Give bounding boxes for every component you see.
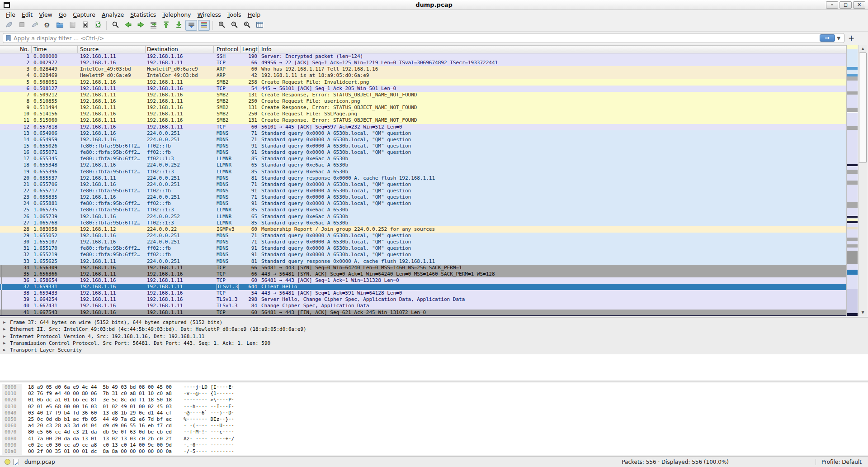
status-profile[interactable]: Profile: Default (821, 459, 862, 465)
file-close-button[interactable] (79, 20, 91, 31)
packet-row-2[interactable]: 20.002977192.168.1.16192.168.1.11TCP6649… (0, 60, 846, 66)
hex-line[interactable]: 001002 76 f9 e4 40 00 80 06 7b 31 c0 a8 … (2, 391, 234, 397)
packet-row-8[interactable]: 80.510855192.168.1.16192.168.1.11SMB2250… (0, 98, 846, 105)
capture-restart-button[interactable] (28, 20, 40, 31)
file-save-button[interactable] (66, 20, 78, 31)
filter-dropdown-caret[interactable]: ▼ (837, 36, 840, 41)
hex-line[interactable]: 007080 c5 66 cc 4d c3 21 da db 9e 0f 63 … (2, 429, 234, 435)
menu-statistics[interactable]: Statistics (127, 11, 159, 19)
bookmark-icon[interactable] (6, 35, 11, 42)
menu-analyze[interactable]: Analyze (99, 11, 127, 19)
packet-row-38[interactable]: 381.659433192.168.1.11192.168.1.16TCP544… (0, 290, 846, 296)
hex-line[interactable]: 0090c0 2c c0 30 cc a9 cc a8 c0 13 c0 14 … (2, 442, 234, 448)
packet-row-6[interactable]: 60.508127192.168.1.11192.168.1.16TCP5444… (0, 86, 846, 92)
capture-stop-button[interactable] (16, 20, 28, 31)
packet-row-18[interactable]: 180.655348192.168.1.16224.0.0.252LLMNR65… (0, 162, 846, 168)
menu-view[interactable]: View (36, 11, 56, 19)
zoom-out-button[interactable] (228, 20, 240, 31)
hex-line[interactable]: 000018 a9 05 d0 6a e9 4c 44 5b 49 03 bd … (2, 384, 234, 391)
packet-detail-line[interactable]: ▶Transmission Control Protocol, Src Port… (0, 340, 868, 347)
packet-row-9[interactable]: 90.511494192.168.1.11192.168.1.16SMB2131… (0, 105, 846, 111)
expert-info-icon[interactable] (5, 459, 10, 465)
expand-arrow-icon[interactable]: ▶ (3, 347, 5, 353)
go-back-button[interactable] (122, 20, 134, 31)
packet-row-12[interactable]: 120.557818192.168.1.16192.168.1.11TCP605… (0, 124, 846, 130)
packet-row-26[interactable]: 261.065739192.168.1.16224.0.0.252LLMNR65… (0, 214, 846, 220)
hex-line[interactable]: 004003 40 17 f9 b4 fd 36 60 13 d8 1b 29 … (2, 410, 234, 416)
packet-row-30[interactable]: 301.655107192.168.1.16224.0.0.251MDNS71S… (0, 239, 846, 245)
go-to-packet-button[interactable] (147, 20, 159, 31)
hex-line[interactable]: 003002 01 e5 68 00 00 16 03 01 02 49 01 … (2, 404, 234, 410)
scroll-up-arrow[interactable]: ▲ (859, 45, 867, 52)
minimize-button[interactable]: – (826, 1, 838, 9)
menu-file[interactable]: File (3, 11, 19, 19)
column-header-protocol[interactable]: Protocol (214, 46, 241, 53)
menu-edit[interactable]: Edit (19, 11, 36, 19)
autoscroll-button[interactable] (185, 20, 197, 31)
hex-line[interactable]: 005025 0c 0d db b1 ac fb 05 44 49 7a d2 … (2, 416, 234, 423)
packet-row-33[interactable]: 331.655625192.168.1.11224.0.0.251MDNS81S… (0, 258, 846, 265)
packet-row-25[interactable]: 251.065735fe80::fbfa:95b:6ff2…ff02::1:3L… (0, 207, 846, 213)
capture-options-button[interactable]: ⚙ (41, 20, 53, 31)
packet-row-28[interactable]: 281.083058192.168.1.12224.0.0.22IGMPv360… (0, 226, 846, 233)
packet-row-27[interactable]: 271.065768fe80::fbfa:95b:6ff2…ff02::1:3L… (0, 220, 846, 226)
packet-row-36[interactable]: 361.658654192.168.1.16192.168.1.11TCP605… (0, 277, 846, 284)
hex-line[interactable]: 002001 0b dc a1 01 bb ec 8f 3e 5c 8c dd … (2, 397, 234, 403)
packet-row-19[interactable]: 190.655396fe80::fbfa:95b:6ff2…ff02::1:3L… (0, 169, 846, 175)
capture-start-button[interactable] (3, 20, 15, 31)
expand-arrow-icon[interactable]: ▶ (3, 340, 5, 347)
packet-row-16[interactable]: 160.655071fe80::fbfa:95b:6ff2…ff02::fbMD… (0, 149, 846, 156)
colorize-button[interactable] (198, 20, 210, 31)
scroll-down-arrow[interactable]: ▼ (859, 309, 867, 316)
packet-row-29[interactable]: 291.655052192.168.1.16224.0.0.251MDNS71S… (0, 233, 846, 239)
packet-row-17[interactable]: 170.655345fe80::fbfa:95b:6ff2…ff02::1:3L… (0, 156, 846, 162)
column-header-no[interactable]: No. (0, 46, 32, 53)
column-header-source[interactable]: Source (78, 46, 146, 53)
display-filter-input[interactable]: Apply a display filter ... <Ctrl-/> ▼ (3, 33, 844, 43)
packet-row-40[interactable]: 401.667431192.168.1.16192.168.1.11TLSv1.… (0, 303, 846, 309)
packet-row-22[interactable]: 220.655717fe80::fbfa:95b:6ff2…ff02::fbMD… (0, 188, 846, 194)
apply-filter-button[interactable] (820, 34, 835, 42)
menu-wireless[interactable]: Wireless (194, 11, 224, 19)
packet-detail-line[interactable]: ▶Transport Layer Security (0, 347, 868, 353)
menu-telephony[interactable]: Telephony (159, 11, 194, 19)
hex-line[interactable]: 008041 7a 00 20 da da 13 01 13 02 13 03 … (2, 436, 234, 442)
menu-go[interactable]: Go (56, 11, 70, 19)
packet-row-11[interactable]: 110.515060192.168.1.11192.168.1.16SMB213… (0, 117, 846, 124)
packet-row-37[interactable]: 371.659331192.168.1.16192.168.1.11TLSv1.… (0, 284, 846, 290)
expand-arrow-icon[interactable]: ▶ (3, 319, 5, 326)
packet-detail-line[interactable]: ▶Ethernet II, Src: IntelCor_49:03:bd (4c… (0, 326, 868, 333)
column-header-length[interactable]: Length (241, 46, 259, 53)
packet-row-14[interactable]: 140.654959192.168.1.16224.0.0.251MDNS71S… (0, 137, 846, 143)
close-button[interactable]: ✕ (853, 1, 865, 9)
go-first-button[interactable] (160, 20, 172, 31)
packet-row-1[interactable]: 10.000000192.168.1.11192.168.1.16SSH190S… (0, 53, 846, 60)
menu-tools[interactable]: Tools (224, 11, 245, 19)
expand-arrow-icon[interactable]: ▶ (3, 333, 5, 340)
packet-row-4[interactable]: 40.028469HewlettP_d0:6a:e9IntelCor_49:03… (0, 72, 846, 79)
packet-detail-line[interactable]: ▶Internet Protocol Version 4, Src: 192.1… (0, 333, 868, 340)
go-forward-button[interactable] (135, 20, 146, 31)
menu-help[interactable]: Help (245, 11, 264, 19)
packet-row-23[interactable]: 230.655835192.168.1.16224.0.0.251MDNS71S… (0, 194, 846, 200)
go-last-button[interactable] (173, 20, 184, 31)
zoom-in-button[interactable] (216, 20, 227, 31)
packet-row-41[interactable]: 411.667543192.168.1.16192.168.1.11TCP605… (0, 310, 846, 316)
maximize-button[interactable]: ◻ (840, 1, 852, 9)
packet-row-21[interactable]: 210.655706192.168.1.16224.0.0.251MDNS71S… (0, 181, 846, 188)
column-header-info[interactable]: Info (259, 46, 846, 53)
expand-arrow-icon[interactable]: ▶ (3, 326, 5, 333)
packet-row-15[interactable]: 150.655026fe80::fbfa:95b:6ff2…ff02::fbMD… (0, 143, 846, 149)
hex-line[interactable]: 0060a4 20 c3 28 a3 3d d4 04 d9 d9 06 55 … (2, 423, 234, 429)
packet-row-31[interactable]: 311.655170fe80::fbfa:95b:6ff2…ff02::fbMD… (0, 245, 846, 252)
column-header-time[interactable]: Time (32, 46, 78, 53)
packet-row-24[interactable]: 240.655881fe80::fbfa:95b:6ff2…ff02::fbMD… (0, 200, 846, 207)
intelligent-scrollbar-minimap[interactable] (846, 45, 858, 316)
packet-row-35[interactable]: 351.656366192.168.1.11192.168.1.16TCP664… (0, 271, 846, 277)
packet-row-13[interactable]: 130.654906192.168.1.16224.0.0.251MDNS71S… (0, 130, 846, 137)
find-packet-button[interactable] (109, 20, 121, 31)
hex-line[interactable]: 00a000 2f 00 35 01 00 01 dc 8a 8a 00 00 … (2, 448, 234, 455)
packet-row-10[interactable]: 100.514156192.168.1.16192.168.1.11SMB225… (0, 111, 846, 117)
packet-row-32[interactable]: 321.655219fe80::fbfa:95b:6ff2…ff02::fbMD… (0, 252, 846, 258)
packet-detail-line[interactable]: ▶Frame 37: 644 bytes on wire (5152 bits)… (0, 319, 868, 326)
